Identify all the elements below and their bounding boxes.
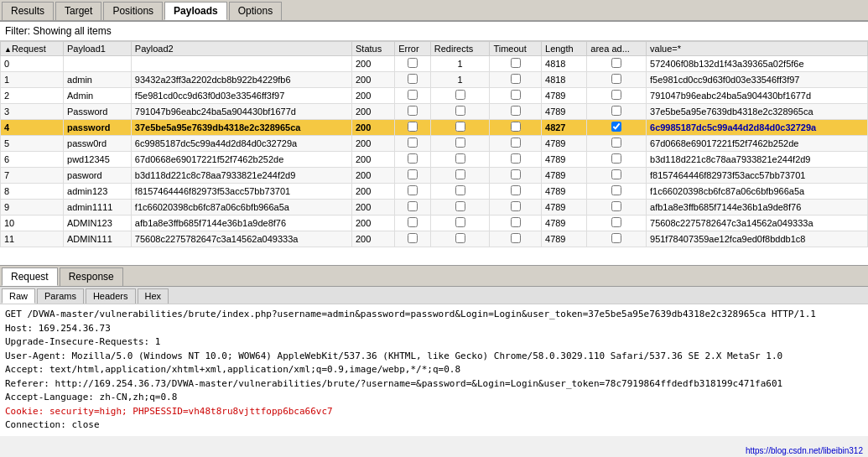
tab-payloads[interactable]: Payloads [164,2,227,20]
tab-response[interactable]: Response [60,267,123,286]
redirect-checkbox[interactable] [455,217,465,227]
table-row[interactable]: 1admin93432a23ff3a2202dcb8b922b4229fb620… [1,72,868,88]
cell-payload1: ADMIN123 [64,216,132,231]
table-row[interactable]: 8admin123f8157464446f82973f53acc57bb7370… [1,184,868,200]
cell-status: 200 [352,168,395,184]
cell-error [395,200,431,216]
area-checkbox[interactable] [611,58,621,68]
col-request[interactable]: Request [1,42,64,56]
col-payload2[interactable]: Payload2 [131,42,351,56]
cell-error [395,231,431,247]
timeout-checkbox[interactable] [511,74,521,84]
timeout-checkbox[interactable] [511,58,521,68]
error-checkbox[interactable] [408,233,418,243]
timeout-checkbox[interactable] [511,90,521,100]
timeout-checkbox[interactable] [511,153,521,164]
error-checkbox[interactable] [408,74,418,84]
redirect-checkbox[interactable] [455,185,465,195]
area-checkbox[interactable] [611,138,621,148]
cell-length: 4789 [542,231,587,247]
error-checkbox[interactable] [408,185,418,195]
redirect-checkbox[interactable] [455,201,465,211]
timeout-checkbox[interactable] [511,169,521,179]
table-row[interactable]: 11ADMIN11175608c2275782647c3a14562a04933… [1,231,868,247]
tab-target[interactable]: Target [55,2,101,20]
area-checkbox[interactable] [611,169,621,179]
cell-length: 4789 [542,216,587,231]
area-checkbox[interactable] [611,217,621,227]
cell-error [395,136,431,152]
redirect-checkbox[interactable] [455,90,465,100]
table-row[interactable]: 5passw0rd6c9985187dc5c99a44d2d84d0c32729… [1,136,868,152]
timeout-checkbox[interactable] [511,201,521,211]
inner-tab-raw[interactable]: Raw [2,288,35,304]
tab-positions[interactable]: Positions [103,2,163,20]
error-checkbox[interactable] [408,201,418,211]
cell-payload2: 67d0668e69017221f52f7462b252de [131,152,351,168]
tab-options[interactable]: Options [229,2,282,20]
cell-status: 200 [352,56,395,72]
redirect-checkbox[interactable] [455,122,465,132]
col-length[interactable]: Length [542,42,587,56]
cell-payload1: pwd12345 [64,152,132,168]
redirect-checkbox[interactable] [455,233,465,243]
timeout-checkbox[interactable] [511,233,521,243]
error-checkbox[interactable] [408,58,418,68]
error-checkbox[interactable] [408,153,418,164]
request-line: User-Agent: Mozilla/5.0 (Windows NT 10.0… [5,350,863,364]
inner-tab-params[interactable]: Params [37,288,84,304]
table-row[interactable]: 6pwd1234567d0668e69017221f52f7462b252de2… [1,152,868,168]
col-area[interactable]: area ad... [587,42,647,56]
cell-payload2: afb1a8e3ffb685f7144e36b1a9de8f76 [131,216,351,231]
error-checkbox[interactable] [408,169,418,179]
area-checkbox[interactable] [611,185,621,195]
tab-results[interactable]: Results [2,2,54,20]
area-checkbox[interactable] [611,90,621,100]
table-row[interactable]: 10ADMIN123afb1a8e3ffb685f7144e36b1a9de8f… [1,216,868,231]
timeout-checkbox[interactable] [511,122,521,132]
col-timeout[interactable]: Timeout [490,42,542,56]
table-row[interactable]: 4password37e5be5a95e7639db4318e2c328965c… [1,120,868,136]
tab-request[interactable]: Request [2,267,58,286]
area-checkbox[interactable] [611,122,621,132]
area-checkbox[interactable] [611,106,621,116]
cell-length: 4789 [542,104,587,120]
cell-error [395,184,431,200]
cell-redirect [430,136,490,152]
inner-tab-hex[interactable]: Hex [138,288,169,304]
col-redirects[interactable]: Redirects [430,42,490,56]
col-error[interactable]: Error [395,42,431,56]
table-row[interactable]: 020014818572406f08b132d1f43a39365a02f5f6… [1,56,868,72]
redirect-checkbox[interactable] [455,169,465,179]
error-checkbox[interactable] [408,106,418,116]
cell-status: 200 [352,184,395,200]
redirect-checkbox[interactable] [455,138,465,148]
cell-timeout [490,152,542,168]
redirect-checkbox[interactable] [455,153,465,164]
timeout-checkbox[interactable] [511,185,521,195]
col-value[interactable]: value=* [647,42,868,56]
timeout-checkbox[interactable] [511,138,521,148]
col-payload1[interactable]: Payload1 [64,42,132,56]
table-row[interactable]: 3Password791047b96eabc24ba5a904430bf1677… [1,104,868,120]
redirect-checkbox[interactable] [455,106,465,116]
cell-timeout [490,168,542,184]
area-checkbox[interactable] [611,74,621,84]
col-status[interactable]: Status [352,42,395,56]
area-checkbox[interactable] [611,201,621,211]
table-row[interactable]: 9admin1111f1c66020398cb6fc87a06c6bfb966a… [1,200,868,216]
error-checkbox[interactable] [408,122,418,132]
cell-request: 8 [1,184,64,200]
error-checkbox[interactable] [408,138,418,148]
timeout-checkbox[interactable] [511,106,521,116]
timeout-checkbox[interactable] [511,217,521,227]
inner-tab-headers[interactable]: Headers [86,288,136,304]
area-checkbox[interactable] [611,233,621,243]
cell-status: 200 [352,72,395,88]
error-checkbox[interactable] [408,217,418,227]
cell-payload2: f5e981cd0cc9d63f0d03e33546ff3f97 [131,88,351,104]
table-row[interactable]: 2Adminf5e981cd0cc9d63f0d03e33546ff3f9720… [1,88,868,104]
area-checkbox[interactable] [611,153,621,164]
table-row[interactable]: 7paswordb3d118d221c8c78aa7933821e244f2d9… [1,168,868,184]
error-checkbox[interactable] [408,90,418,100]
